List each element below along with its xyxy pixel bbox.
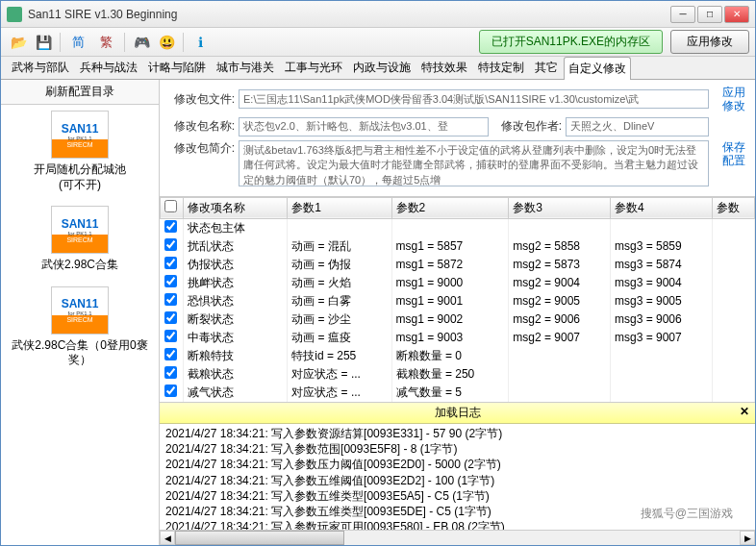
game-icon[interactable]: 🎮 [130,31,153,54]
scroll-left-icon[interactable]: ◀ [160,531,175,545]
row-param: 动画 = 瘟疫 [288,329,391,347]
config-thumb-icon: SAN11for PK1.1SIRECM [51,111,109,159]
row-checkbox[interactable] [164,348,177,360]
row-param: msg3 = 9006 [610,310,712,329]
tab-9[interactable]: 自定义修改 [564,57,631,80]
sidebar-item[interactable]: SAN11for PK1.1SIRECM武侠2.98C合集（0登用0褒奖） [7,286,153,368]
table-row[interactable]: 挑衅状态动画 = 火焰msg1 = 9000msg2 = 9004msg3 = … [161,274,755,292]
log-line: 2021/4/27 18:34:21: 写入参数范围[0093E5F8] - 8… [165,441,749,457]
row-param: 动画 = 伪报 [288,256,391,274]
sidebar-item[interactable]: SAN11for PK1.1SIRECM武侠2.98C合集 [7,206,153,273]
row-param [610,347,712,365]
sidebar-list: SAN11for PK1.1SIRECM开局随机分配城池 (可不开)SAN11f… [1,105,159,545]
col-header[interactable] [161,197,184,218]
info-icon[interactable]: ℹ [189,31,212,54]
apply-changes-button[interactable]: 应用修改 [670,30,749,54]
row-checkbox[interactable] [164,220,177,233]
row-name: 伪报状态 [183,256,288,274]
table-row[interactable]: 截粮状态对应状态 = ...截粮数量 = 250 [161,365,755,384]
row-param [610,365,712,384]
desc-textarea[interactable]: 测试&betav1.763终版&把与君主相性差不小于设定值的武将从登庸列表中删除… [239,140,709,186]
row-param [509,347,611,365]
table-row[interactable]: 状态包主体 [161,218,755,237]
col-header[interactable]: 参数 [712,197,754,218]
row-checkbox[interactable] [164,311,177,324]
h-scrollbar[interactable]: ◀ ▶ [160,530,755,545]
save-icon[interactable]: 💾 [32,31,55,54]
log-close-icon[interactable]: ✕ [740,405,749,418]
log-header: 加载日志 ✕ [160,403,755,424]
row-checkbox[interactable] [164,257,177,269]
tab-3[interactable]: 城市与港关 [212,56,279,79]
row-param: msg1 = 5872 [391,256,509,274]
minimize-button[interactable]: ─ [670,6,695,23]
row-checkbox[interactable] [164,293,177,306]
file-input[interactable] [239,89,709,109]
row-checkbox[interactable] [164,330,177,342]
table-row[interactable]: 恐惧状态动画 = 白雾msg1 = 9001msg2 = 9005msg3 = … [161,292,755,310]
scroll-thumb[interactable] [175,531,344,545]
scroll-right-icon[interactable]: ▶ [740,531,755,545]
row-checkbox[interactable] [164,366,177,379]
apply-link[interactable]: 应用 修改 [720,86,747,113]
name-input[interactable] [239,117,489,136]
close-button[interactable]: ✕ [724,6,749,23]
tab-5[interactable]: 内政与设施 [348,56,416,79]
col-header[interactable]: 参数2 [391,197,509,218]
log-line: 2021/4/27 18:34:21: 写入参数压力阈值[0093E2D0] -… [165,457,749,472]
sidebar-title[interactable]: 刷新配置目录 [1,80,159,105]
scroll-track[interactable] [175,531,740,545]
tab-4[interactable]: 工事与光环 [280,56,347,79]
table-row[interactable]: 伪报状态动画 = 伪报msg1 = 5872msg2 = 5873msg3 = … [161,256,755,274]
col-header[interactable]: 参数3 [509,197,611,218]
row-param: msg3 = 5859 [610,237,712,256]
form-area: 修改包文件: 应用 修改 修改包名称: 修改包作者: 修改包简介: 测试&bet… [160,80,755,196]
row-name: 截粮状态 [183,365,288,384]
row-checkbox[interactable] [164,385,177,397]
maximize-button[interactable]: □ [697,6,722,23]
separator [60,33,61,52]
table-row[interactable]: 中毒状态动画 = 瘟疫msg1 = 9003msg2 = 9007msg3 = … [161,329,755,347]
sidebar-item-label: 武侠2.98C合集 [7,258,153,273]
toolbar: 📂 💾 简 繁 🎮 😃 ℹ 已打开SAN11PK.EXE的内存区 应用修改 [1,28,755,57]
desc-label: 修改包简介: [167,140,235,157]
tab-6[interactable]: 特技效果 [416,56,472,79]
row-param: 动画 = 沙尘 [288,310,391,329]
tab-2[interactable]: 计略与陷阱 [143,56,211,79]
col-header[interactable]: 修改项名称 [183,197,288,218]
table-row[interactable]: 断裂状态动画 = 沙尘msg1 = 9002msg2 = 9006msg3 = … [161,310,755,329]
select-all-checkbox[interactable] [164,200,177,212]
tab-1[interactable]: 兵种与战法 [75,56,142,79]
row-param: 断粮数量 = 0 [391,347,509,365]
author-input[interactable] [566,117,709,136]
row-param [509,384,611,402]
row-checkbox[interactable] [164,238,177,251]
row-checkbox[interactable] [164,275,177,287]
tab-7[interactable]: 特技定制 [473,56,529,79]
tab-8[interactable]: 其它 [530,56,563,79]
row-param: 动画 = 白雾 [288,292,391,310]
traditional-button[interactable]: 繁 [93,31,119,54]
mod-table-wrap[interactable]: 修改项名称参数1参数2参数3参数4参数 状态包主体扰乱状态动画 = 混乱msg1… [160,196,755,403]
row-param: msg3 = 9005 [610,292,712,310]
tab-0[interactable]: 武将与部队 [7,56,74,79]
config-thumb-icon: SAN11for PK1.1SIRECM [51,206,109,254]
table-row[interactable]: 减气状态对应状态 = ...减气数量 = 5 [161,384,755,402]
face-icon[interactable]: 😃 [155,31,178,54]
table-row[interactable]: 断粮特技特技id = 255断粮数量 = 0 [161,347,755,365]
row-param: msg1 = 5857 [391,237,509,256]
save-config-link[interactable]: 保存 配置 [720,140,747,168]
row-name: 断裂状态 [183,310,288,329]
col-header[interactable]: 参数1 [288,197,391,218]
row-param: 减气数量 = 5 [391,384,509,402]
row-param: 对应状态 = ... [288,365,391,384]
col-header[interactable]: 参数4 [610,197,712,218]
table-row[interactable]: 扰乱状态动画 = 混乱msg1 = 5857msg2 = 5858msg3 = … [161,237,755,256]
row-param: 特技id = 255 [288,347,391,365]
open-icon[interactable]: 📂 [7,31,30,54]
row-param [509,218,611,237]
simplified-button[interactable]: 简 [65,31,91,54]
sidebar-item[interactable]: SAN11for PK1.1SIRECM开局随机分配城池 (可不开) [7,111,153,192]
log-title-text: 加载日志 [435,406,481,419]
sidebar: 刷新配置目录 SAN11for PK1.1SIRECM开局随机分配城池 (可不开… [1,80,160,545]
